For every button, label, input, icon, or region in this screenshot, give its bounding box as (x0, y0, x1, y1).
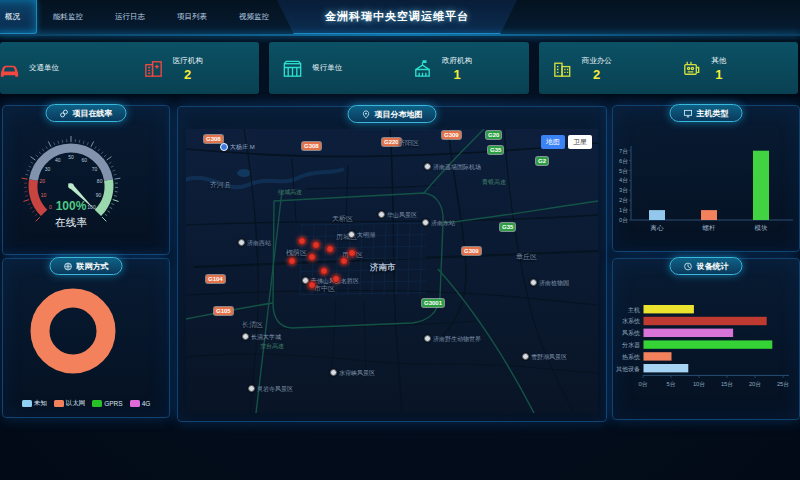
svg-text:5台: 5台 (666, 381, 675, 388)
panel-device-stats-header: 设备统计 (670, 257, 743, 275)
host-type-svg: 0台1台2台3台4台5台6台7台离心螺杆模块 (613, 122, 799, 244)
svg-text:3台: 3台 (619, 187, 628, 194)
map-district: 槐荫区 (286, 249, 307, 256)
poi-icon (424, 163, 431, 170)
nav-tab-1[interactable]: 能耗监控 (37, 0, 99, 34)
road-badge: G3001 (422, 299, 444, 307)
poi-label: 华山风景区 (387, 212, 417, 218)
stat-item-0-1: 医疗机构2 (130, 42, 260, 94)
svg-text:分水器: 分水器 (622, 342, 640, 349)
map-poi: 灵岩寺风景区 (248, 385, 293, 392)
road-badge: G309 (442, 131, 461, 139)
map-road-name: 青银高速 (482, 179, 506, 185)
project-marker[interactable] (326, 245, 334, 253)
dashboard-root: 概况能耗监控运行日志项目列表视频监控 金洲科瑞中央空调运维平台 交通单位医疗机构… (0, 0, 800, 480)
online-rate-gauge: 0102030405060708090100100%在线率 (3, 124, 169, 254)
project-marker[interactable] (332, 275, 340, 283)
map-road-name: 绕城高速 (278, 189, 302, 195)
nav-tab-3[interactable]: 项目列表 (161, 0, 223, 34)
app-title-box: 金洲科瑞中央空调运维平台 (277, 0, 517, 34)
stats-row: 交通单位医疗机构2银行单位政府机构1商业办公2其他1 (0, 42, 798, 94)
svg-text:在线率: 在线率 (54, 216, 87, 228)
map-button-1[interactable]: 卫星 (568, 135, 592, 149)
legend-swatch (54, 400, 64, 407)
stat-label: 银行单位 (312, 63, 342, 73)
nav-tab-2[interactable]: 运行日志 (99, 0, 161, 34)
road-badge: G2 (536, 157, 548, 165)
metro-icon (220, 143, 228, 151)
host-type-chart: 0台1台2台3台4台5台6台7台离心螺杆模块 (613, 122, 799, 248)
stat-text: 商业办公2 (582, 56, 612, 81)
project-marker[interactable] (298, 237, 306, 245)
stat-value: 2 (184, 68, 191, 81)
svg-text:40: 40 (55, 157, 61, 163)
svg-text:0台: 0台 (638, 381, 647, 388)
poi-label: 济南西站 (247, 240, 271, 246)
legend-swatch (22, 400, 32, 407)
project-marker[interactable] (348, 249, 356, 257)
page-title: 金洲科瑞中央空调运维平台 (325, 9, 469, 24)
poi-label: 济南野生动物世界 (433, 336, 481, 342)
svg-text:50: 50 (68, 154, 74, 160)
poi-icon (242, 333, 249, 340)
svg-text:螺杆: 螺杆 (703, 224, 717, 231)
svg-text:15台: 15台 (721, 381, 733, 388)
stat-card-1: 银行单位政府机构1 (269, 42, 528, 94)
map-city: 济南市 (370, 263, 396, 272)
stat-label: 其他 (711, 56, 726, 66)
legend-item-3[interactable]: 4G (130, 399, 151, 408)
legend-item-0[interactable]: 未知 (22, 399, 47, 408)
project-marker[interactable] (308, 253, 316, 261)
svg-text:90: 90 (96, 192, 102, 198)
svg-text:风系统: 风系统 (622, 329, 641, 337)
svg-text:70: 70 (92, 166, 98, 172)
legend-item-2[interactable]: GPRS (92, 399, 122, 408)
poi-label: 济南东站 (431, 220, 455, 226)
clock-icon (684, 262, 693, 271)
project-marker[interactable] (320, 267, 328, 275)
stat-value: 1 (715, 68, 722, 81)
legend-swatch (92, 400, 102, 407)
map-district: 章丘区 (516, 253, 537, 260)
svg-text:1台: 1台 (619, 207, 628, 214)
stat-text: 其他1 (711, 56, 726, 81)
panel-online-rate-header: 项目在线率 (46, 104, 127, 122)
stat-label: 交通单位 (29, 63, 59, 73)
svg-text:0台: 0台 (619, 217, 628, 224)
stat-item-1-0: 银行单位 (269, 42, 399, 94)
svg-text:0: 0 (49, 204, 52, 210)
monitor-icon (684, 109, 693, 118)
svg-text:6台: 6台 (619, 158, 628, 165)
poi-icon (330, 369, 337, 376)
map-poi: 雪野湖风景区 (522, 353, 567, 360)
gauge-svg: 0102030405060708090100100%在线率 (3, 124, 169, 250)
machine-icon (680, 57, 703, 80)
poi-icon (424, 335, 431, 342)
svg-text:60: 60 (81, 157, 87, 163)
map-button-0[interactable]: 地图 (541, 135, 565, 149)
project-marker[interactable] (288, 257, 296, 265)
svg-text:10: 10 (41, 192, 47, 198)
poi-label: 灵岩寺风景区 (257, 386, 293, 392)
poi-icon (348, 231, 355, 238)
nav-tab-0[interactable]: 概况 (0, 0, 37, 34)
stat-label: 政府机构 (442, 56, 472, 66)
project-marker[interactable] (340, 257, 348, 265)
svg-text:30: 30 (45, 166, 51, 172)
poi-icon (238, 239, 245, 246)
poi-label: 济南遥墙国际机场 (433, 164, 481, 170)
stat-card-2: 商业办公2其他1 (539, 42, 798, 94)
donut-svg (3, 275, 169, 389)
stat-value: 2 (593, 68, 600, 81)
road-badge: G104 (206, 275, 225, 283)
header-bar: 概况能耗监控运行日志项目列表视频监控 金洲科瑞中央空调运维平台 (0, 0, 800, 34)
nav-tab-4[interactable]: 视频监控 (223, 0, 285, 34)
svg-text:主机: 主机 (628, 306, 640, 313)
map-poi: 济南西站 (238, 239, 271, 246)
map-canvas[interactable]: G308G308G220G309G309G104G105G20G35G2G35G… (186, 129, 598, 413)
panel-host-type: 主机类型 0台1台2台3台4台5台6台7台离心螺杆模块 (612, 105, 800, 252)
project-marker[interactable] (312, 241, 320, 249)
legend-item-1[interactable]: 以太网 (54, 399, 86, 408)
svg-text:20台: 20台 (749, 381, 761, 388)
project-marker[interactable] (308, 281, 316, 289)
